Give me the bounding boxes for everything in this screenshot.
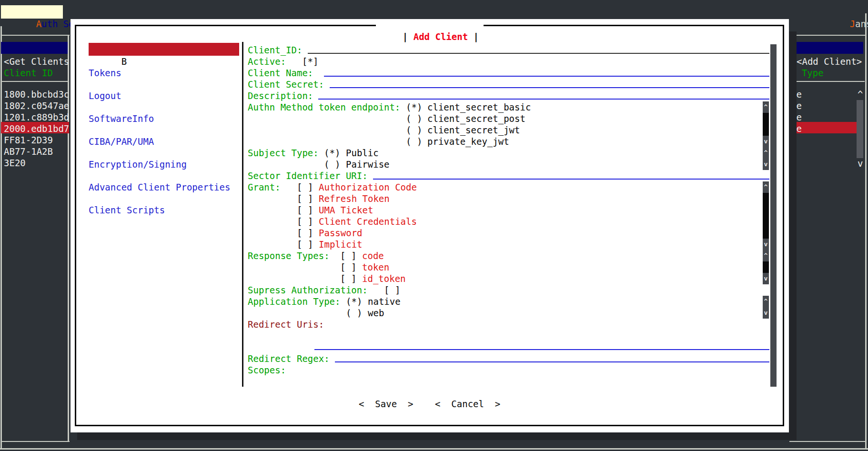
dialog-shadow-bottom [77, 432, 797, 440]
dialog-border [75, 25, 784, 426]
sector-identifier-uri-input[interactable] [373, 179, 769, 180]
description-input[interactable] [318, 99, 769, 100]
scroll-thumb[interactable] [763, 193, 769, 239]
panel-border-bottom [789, 441, 866, 442]
cancel-button[interactable]: < Cancel > [435, 398, 500, 410]
subject-option-public[interactable]: Public [346, 147, 379, 159]
response-checkbox[interactable]: [ ] [340, 273, 356, 284]
nav-item-client-scripts[interactable]: Client Scripts [89, 204, 165, 216]
client-row-selected[interactable]: 2000.edb1bd7 [4, 123, 69, 134]
dialog-title: | Add Client | [376, 20, 484, 54]
client-id-label: Client_ID: [248, 44, 302, 56]
redirect-uris-label: Redirect Uris: [248, 319, 324, 330]
dialog-title-pipe: | [403, 31, 408, 42]
response-checkbox[interactable]: [ ] [340, 250, 356, 261]
grant-option-uma-ticket[interactable]: UMA Ticket [319, 204, 373, 216]
supress-authorization-checkbox[interactable]: [ ] [384, 284, 400, 296]
client-id-input[interactable] [308, 53, 769, 54]
nav-item-logout[interactable]: Logout [89, 90, 121, 101]
panel-border-top [1, 35, 70, 36]
redirect-regex-input[interactable] [335, 361, 769, 362]
response-option-token[interactable]: token [362, 261, 389, 273]
authn-radio-state[interactable]: (*) [406, 101, 422, 113]
grant-checkbox[interactable]: [ ] [297, 204, 313, 216]
grant-checkbox[interactable]: [ ] [297, 193, 313, 204]
authn-radio-state[interactable]: ( ) [406, 136, 422, 147]
get-clients-button[interactable]: <Get Clients [4, 56, 69, 67]
grant-checkbox[interactable]: [ ] [297, 227, 313, 239]
authn-option-client-secret-jwt[interactable]: client_secret_jwt [427, 124, 520, 136]
nav-item-encryption-signing[interactable]: Encryption/Signing [89, 159, 187, 170]
dialog-shadow-right [789, 31, 797, 440]
client-row[interactable]: 1802.c0547ae [4, 100, 69, 111]
clients-column-header: Client ID [4, 67, 53, 79]
grant-option-authorization-code[interactable]: Authorization Code [319, 181, 417, 193]
nav-item-ciba-par-uma[interactable]: CIBA/PAR/UMA [89, 136, 154, 147]
scroll-up-icon[interactable]: ^ [763, 101, 769, 113]
panel-border-bottom [1, 441, 70, 442]
add-client-button[interactable]: <Add Client> [797, 56, 862, 67]
grant-checkbox[interactable]: [ ] [297, 216, 313, 227]
panel-title-bar [792, 42, 863, 54]
apptype-radio-state[interactable]: ( ) [346, 307, 362, 319]
dialog-title-text: Add Client [414, 31, 468, 42]
save-button[interactable]: < Save > [359, 398, 413, 410]
apptype-radio-state[interactable]: (*) [346, 296, 362, 307]
active-checkbox[interactable]: [*] [302, 56, 318, 67]
apptype-option-web[interactable]: web [368, 307, 384, 319]
subject-option-pairwise[interactable]: Pairwise [346, 159, 390, 170]
nav-item-advanced-client-properties[interactable]: Advanced Client Properties [89, 181, 230, 193]
subject-radio-state[interactable]: ( ) [324, 159, 340, 170]
authn-radio-state[interactable]: ( ) [406, 113, 422, 124]
scroll-down-icon[interactable]: v [763, 239, 769, 250]
grant-option-refresh-token[interactable]: Refresh Token [319, 193, 390, 204]
form-scrollbar[interactable] [770, 44, 777, 387]
client-row[interactable]: 3E20 [4, 157, 26, 169]
apptype-option-native[interactable]: native [368, 296, 401, 307]
client-row[interactable]: 1201.c889b3d [4, 111, 69, 123]
scroll-up-icon[interactable]: ^ [763, 296, 769, 307]
panel-scroll-up-icon[interactable]: ^ [858, 89, 863, 100]
nav-item-softwareinfo[interactable]: SoftwareInfo [89, 113, 154, 124]
authn-option-client-secret-post[interactable]: client_secret_post [427, 113, 525, 124]
scroll-down-icon[interactable]: v [763, 136, 769, 147]
nav-item-tokens[interactable]: Tokens [89, 67, 121, 79]
response-option-code[interactable]: code [362, 250, 384, 261]
scroll-up-icon[interactable]: ^ [763, 181, 769, 193]
client-secret-input[interactable] [330, 87, 769, 88]
sector-identifier-uri-label: Sector Identifier URI: [248, 170, 368, 181]
scroll-down-icon[interactable]: v [763, 273, 769, 284]
authn-radio-state[interactable]: ( ) [406, 124, 422, 136]
client-row[interactable]: AB77-1A2B [4, 146, 53, 157]
client-row[interactable]: FF81-2D39 [4, 134, 53, 146]
nav-item-label: asic [127, 56, 149, 67]
grant-option-implicit[interactable]: Implicit [319, 239, 363, 250]
grant-checkbox[interactable]: [ ] [297, 239, 313, 250]
panel-scrollbar[interactable] [857, 100, 863, 158]
scroll-down-icon[interactable]: v [763, 159, 769, 170]
panel-scroll-down-icon[interactable]: v [858, 158, 863, 169]
grant-option-password[interactable]: Password [319, 227, 363, 239]
header-separator [789, 81, 865, 82]
description-label: Description: [248, 90, 313, 101]
response-option-id-token[interactable]: id_token [362, 273, 406, 284]
grant-checkbox[interactable]: [ ] [297, 181, 313, 193]
redirect-uris-input[interactable] [314, 349, 769, 350]
supress-authorization-label: Supress Authorization: [248, 284, 368, 296]
subject-radio-state[interactable]: (*) [324, 147, 340, 159]
scroll-down-icon[interactable]: v [763, 307, 769, 319]
scroll-thumb[interactable] [763, 113, 769, 136]
client-name-label: Client Name: [248, 67, 313, 79]
authn-option-private-key-jwt[interactable]: private_key_jwt [427, 136, 509, 147]
scopes-label: Scopes: [248, 364, 286, 376]
authn-option-client-secret-basic[interactable]: client_secret_basic [427, 101, 531, 113]
scroll-up-icon[interactable]: ^ [763, 250, 769, 261]
response-types-label: Response Types: [248, 250, 330, 261]
app-title: Jans Cli [817, 7, 868, 41]
client-name-input[interactable] [324, 76, 769, 77]
response-checkbox[interactable]: [ ] [340, 261, 356, 273]
scroll-thumb[interactable] [763, 261, 769, 273]
grant-option-client-credentials[interactable]: Client Credentials [319, 216, 417, 227]
scroll-up-icon[interactable]: ^ [763, 147, 769, 159]
client-row[interactable]: 1800.bbcbd3c [4, 89, 69, 100]
